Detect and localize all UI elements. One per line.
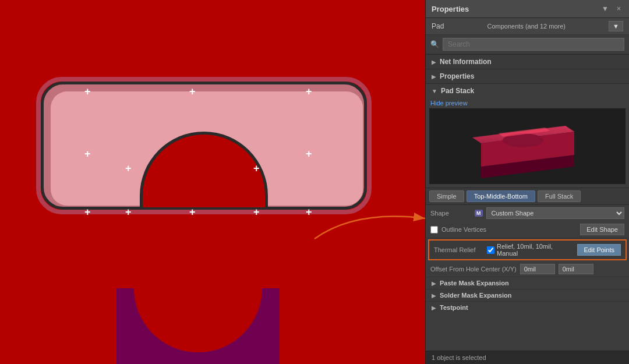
shape-select[interactable]: Custom Shape [486,207,625,219]
pad-3d-svg [464,111,592,181]
edit-shape-button[interactable]: Edit Shape [580,224,624,235]
status-text: 1 object is selected [432,354,486,361]
outline-vertices-checkbox[interactable] [430,226,438,234]
canvas-area: 1 : GND + + + + + + + + + + + + [0,0,425,364]
search-icon: 🔍 [430,40,439,48]
status-bar: 1 object is selected [426,351,629,364]
section-testpoint[interactable]: ▶ Testpoint [426,301,629,313]
panel-controls: ▼ × [599,3,623,14]
thermal-relief-text: Relief, 10mil, 10mil, Manual [497,243,574,257]
hide-preview-button[interactable]: Hide preview [426,98,629,108]
testpoint-label: Testpoint [440,304,468,311]
search-input[interactable] [443,38,624,51]
thermal-relief-row: Thermal Relief Relief, 10mil, 10mil, Man… [428,239,627,260]
panel-header: Properties ▼ × [426,0,629,18]
solder-mask-triangle: ▶ [432,292,436,299]
properties-triangle: ▶ [432,73,436,80]
section-net-information[interactable]: ▶ Net Information [426,54,629,69]
offset-x-input[interactable] [520,264,555,274]
bottom-cutout [134,288,262,352]
shape-label: Shape [430,210,471,217]
offset-row: Offset From Hole Center (X/Y) [426,261,629,277]
section-properties[interactable]: ▶ Properties [426,69,629,83]
filter-button[interactable]: ▼ [609,21,623,31]
pin-button[interactable]: ▼ [599,3,611,14]
offset-label: Offset From Hole Center (X/Y) [430,266,517,273]
thermal-relief-label: Thermal Relief [434,246,483,253]
thermal-relief-value: Relief, 10mil, 10mil, Manual [487,243,574,257]
section-paste-mask[interactable]: ▶ Paste Mask Expansion [426,277,629,289]
outline-vertices-label: Outline Vertices [441,226,486,233]
tab-simple[interactable]: Simple [429,190,464,202]
pad-outer: 1 : GND [41,82,367,210]
offset-y-input[interactable] [559,264,593,274]
properties-label: Properties [440,72,474,80]
panel-sub-header: Pad Components (and 12 more) ▼ [426,18,629,35]
net-info-label: Net Information [440,58,492,66]
close-button[interactable]: × [614,3,623,14]
pad-stack-header[interactable]: ▼ Pad Stack [426,84,629,98]
properties-panel: Properties ▼ × Pad Components (and 12 mo… [425,0,629,364]
tabs-row: Simple Top-Middle-Bottom Full Stack [426,188,629,205]
bottom-base [116,288,280,364]
pad-stack-label: Pad Stack [441,87,474,95]
object-type-label: Pad [432,22,444,30]
edit-points-button[interactable]: Edit Points [577,244,621,256]
pad-shape: 1 : GND + + + + + + + + + + + + [41,82,373,268]
panel-title: Properties [432,5,469,13]
m-icon: M [475,210,483,217]
testpoint-triangle: ▶ [432,305,436,311]
net-info-triangle: ▶ [432,59,436,65]
pad-stack-triangle: ▼ [432,88,437,94]
paste-mask-label: Paste Mask Expansion [440,280,509,287]
solder-mask-label: Solder Mask Expansion [440,292,511,299]
pad-3d-preview [429,108,626,184]
pad-cutout-inner [146,139,262,207]
tab-top-middle-bottom[interactable]: Top-Middle-Bottom [467,190,535,202]
thermal-relief-checkbox[interactable] [487,246,494,254]
context-label: Components (and 12 more) [487,23,566,30]
search-bar: 🔍 [426,35,629,54]
section-solder-mask[interactable]: ▶ Solder Mask Expansion [426,289,629,301]
tab-full-stack[interactable]: Full Stack [538,190,581,202]
section-pad-stack: ▼ Pad Stack Hide preview [426,83,629,277]
shape-row: Shape M Custom Shape [426,205,629,221]
paste-mask-triangle: ▶ [432,280,436,287]
outline-vertices-row: Outline Vertices Edit Shape [426,221,629,238]
